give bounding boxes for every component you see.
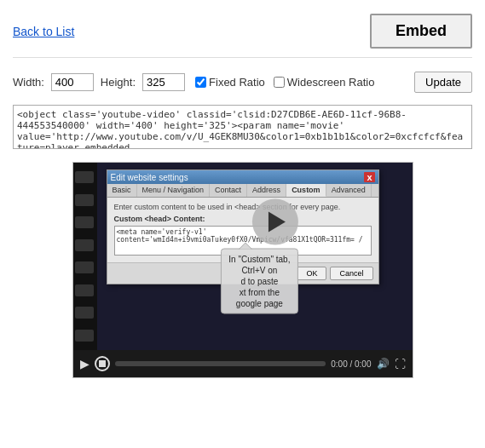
ratio-group: Fixed Ratio Widescreen Ratio	[195, 76, 374, 89]
fullscreen-button[interactable]: ⛶	[395, 358, 406, 370]
tooltip-text: In "Custom" tab,Ctrl+V ond to pastext fr…	[228, 255, 290, 308]
update-button[interactable]: Update	[414, 72, 472, 93]
tooltip: In "Custom" tab,Ctrl+V ond to pastext fr…	[221, 249, 297, 314]
dialog-tabs: Basic Menu / Navigation Contact Address …	[107, 184, 378, 198]
dialog-close-button[interactable]: x	[364, 172, 374, 182]
fixed-ratio-checkbox[interactable]	[195, 77, 206, 88]
stop-button[interactable]	[95, 356, 110, 371]
player-controls: ▶ 0:00 / 0:00 🔊 ⛶	[73, 350, 413, 377]
tab-basic[interactable]: Basic	[107, 184, 137, 197]
embed-code-textarea[interactable]	[13, 105, 472, 149]
video-preview-container: Edit website settings x Basic Menu / Nav…	[72, 162, 413, 378]
back-to-list-link[interactable]: Back to List	[13, 25, 74, 38]
fixed-ratio-item: Fixed Ratio	[195, 76, 265, 89]
tab-contact[interactable]: Contact	[210, 184, 247, 197]
page-container: Back to List Embed Width: Height: Fixed …	[0, 0, 485, 448]
width-label: Width:	[13, 76, 44, 89]
width-input[interactable]	[51, 73, 94, 91]
height-input[interactable]	[142, 73, 185, 91]
play-icon	[268, 212, 285, 233]
volume-icon[interactable]: 🔊	[377, 358, 390, 370]
dialog-title-bar: Edit website settings x	[107, 170, 378, 184]
time-display: 0:00 / 0:00	[331, 359, 371, 369]
dialog-ok-button[interactable]: OK	[297, 267, 326, 280]
tab-custom[interactable]: Custom	[286, 184, 326, 197]
progress-bar[interactable]	[115, 361, 326, 366]
widescreen-ratio-item: Widescreen Ratio	[274, 76, 375, 89]
dialog-title: Edit website settings	[111, 173, 188, 182]
tab-menu-navigation[interactable]: Menu / Navigation	[137, 184, 211, 197]
top-bar: Back to List Embed	[13, 9, 472, 58]
video-inner: Edit website settings x Basic Menu / Nav…	[73, 163, 413, 377]
play-pause-button[interactable]: ▶	[80, 358, 89, 370]
stop-icon	[99, 360, 106, 367]
video-background: Edit website settings x Basic Menu / Nav…	[73, 163, 413, 350]
play-overlay: In "Custom" tab,Ctrl+V ond to pastext fr…	[221, 199, 297, 314]
widescreen-ratio-checkbox[interactable]	[274, 77, 285, 88]
widescreen-ratio-label: Widescreen Ratio	[287, 76, 375, 89]
tab-address[interactable]: Address	[247, 184, 286, 197]
tab-advanced[interactable]: Advanced	[326, 184, 372, 197]
embed-button[interactable]: Embed	[370, 14, 472, 49]
height-label: Height:	[101, 76, 136, 89]
dialog-cancel-button[interactable]: Cancel	[330, 267, 372, 280]
play-button[interactable]	[251, 199, 297, 245]
controls-bar: Width: Height: Fixed Ratio Widescreen Ra…	[13, 66, 472, 98]
fixed-ratio-label: Fixed Ratio	[209, 76, 265, 89]
